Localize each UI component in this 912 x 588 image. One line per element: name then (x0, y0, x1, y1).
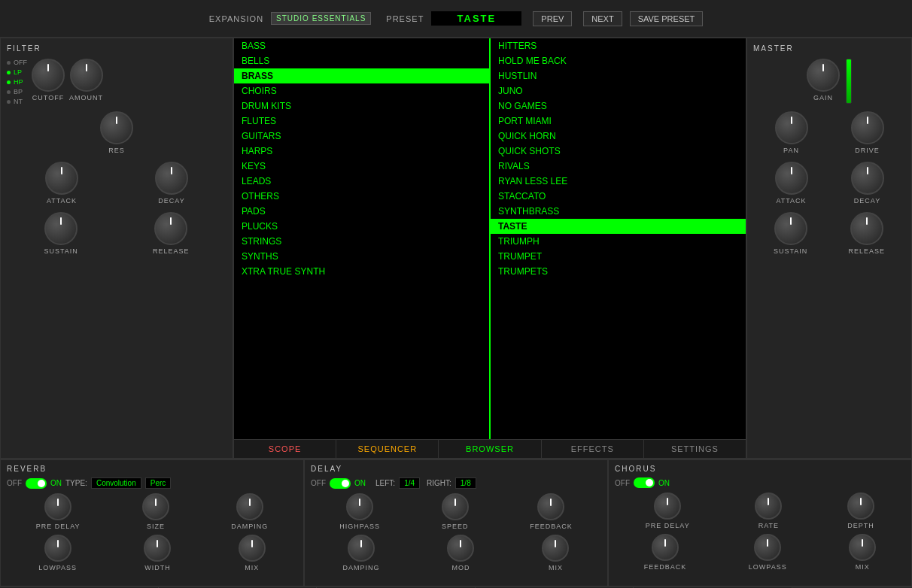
reverb-knobs-2: LOWPASS WIDTH MIX (7, 535, 297, 571)
res-knob[interactable] (100, 111, 133, 144)
list-item[interactable]: NO GAMES (491, 99, 746, 114)
list-item[interactable]: QUICK HORN (491, 129, 746, 144)
list-item[interactable]: LEADS (234, 174, 489, 189)
chorus-lowpass-knob[interactable] (754, 534, 781, 561)
delay-mod-knob[interactable] (447, 535, 474, 562)
chorus-title: CHORUS (615, 465, 905, 473)
next-button[interactable]: NEXT (583, 11, 622, 26)
amount-knob[interactable] (70, 59, 103, 92)
chorus-mix-knob[interactable] (849, 534, 876, 561)
tab-browser[interactable]: BROWSER (439, 440, 541, 458)
filter-panel: FILTER OFF LP HP BP NT CUTOFF AMOUNT (0, 38, 233, 459)
list-item[interactable]: HITTERS (491, 38, 746, 53)
delay-feedback-knob[interactable] (537, 493, 564, 520)
chorus-toggle[interactable] (634, 477, 655, 488)
prev-button[interactable]: PREV (533, 11, 572, 26)
browser-preset-list[interactable]: HITTERS HOLD ME BACK HUSTLIN JUNO NO GAM… (491, 38, 746, 439)
master-decay-knob[interactable] (851, 162, 884, 195)
expansion-label: EXPANSION (209, 14, 263, 23)
reverb-predelay-knob[interactable] (44, 493, 71, 520)
list-item[interactable]: TRUMPETS (491, 264, 746, 279)
tab-effects[interactable]: EFFECTS (542, 440, 644, 458)
reverb-toggle[interactable] (26, 478, 47, 489)
filter-release-knob[interactable] (154, 212, 187, 245)
chorus-off-label: OFF (615, 479, 630, 487)
filter-decay-knob[interactable] (155, 162, 188, 195)
list-item[interactable]: TRUMPET (491, 249, 746, 264)
master-sustain-knob[interactable] (774, 212, 807, 245)
tab-settings[interactable]: SETTINGS (644, 440, 746, 458)
list-item[interactable]: SYNTHS (234, 249, 489, 264)
chorus-feedback-knob[interactable] (652, 534, 679, 561)
list-item[interactable]: BELLS (234, 53, 489, 68)
browser-tab-bar: SCOPE SEQUENCER BROWSER EFFECTS SETTINGS (234, 439, 746, 458)
filter-types-column: OFF LP HP BP NT (7, 59, 27, 105)
reverb-size-knob[interactable] (142, 493, 169, 520)
delay-mix-knob[interactable] (542, 535, 569, 562)
chorus-toggle-row: OFF ON (615, 477, 905, 488)
list-item[interactable]: PADS (234, 204, 489, 219)
delay-panel: DELAY OFF ON LEFT: 1/4 RIGHT: 1/8 HIGHPA… (304, 459, 608, 586)
list-item[interactable]: HARPS (234, 144, 489, 159)
tab-scope[interactable]: SCOPE (234, 440, 336, 458)
list-item[interactable]: STRINGS (234, 234, 489, 249)
list-item[interactable]: RIVALS (491, 159, 746, 174)
list-item[interactable]: FLUTES (234, 114, 489, 129)
reverb-damping-knob[interactable] (236, 493, 263, 520)
list-item[interactable]: DRUM KITS (234, 99, 489, 114)
reverb-lowpass-knob[interactable] (44, 535, 71, 562)
list-item[interactable]: PORT MIAMI (491, 114, 746, 129)
amount-label: AMOUNT (69, 94, 103, 102)
chorus-rate-knob[interactable] (755, 493, 782, 520)
master-sustain-release-row: SUSTAIN RELEASE (753, 212, 905, 255)
delay-left-value: 1/4 (399, 477, 420, 489)
reverb-off-label: OFF (7, 479, 22, 487)
reverb-mix-knob[interactable] (239, 535, 266, 562)
reverb-panel: REVERB OFF ON TYPE: Convolution Perc PRE… (0, 459, 304, 586)
filter-res-row: RES (7, 111, 226, 154)
save-preset-button[interactable]: SAVE PRESET (630, 11, 704, 26)
list-item[interactable]: RYAN LESS LEE (491, 174, 746, 189)
list-item[interactable]: PLUCKS (234, 219, 489, 234)
master-release-knob[interactable] (850, 212, 883, 245)
delay-damping-knob[interactable] (348, 535, 375, 562)
master-drive-knob[interactable] (851, 111, 884, 144)
chorus-panel: CHORUS OFF ON PRE DELAY RATE DEPTH FEED (608, 459, 912, 586)
list-item-brass[interactable]: BRASS (234, 68, 489, 83)
filter-attack-knob[interactable] (45, 162, 78, 195)
reverb-width-knob[interactable] (144, 535, 171, 562)
master-gain-knob[interactable] (807, 59, 840, 92)
reverb-type-label: TYPE: (65, 479, 87, 487)
list-item[interactable]: XTRA TRUE SYNTH (234, 264, 489, 279)
list-item[interactable]: HOLD ME BACK (491, 53, 746, 68)
reverb-preset-value: Perc (145, 477, 172, 489)
delay-toggle[interactable] (330, 478, 351, 489)
list-item[interactable]: OTHERS (234, 189, 489, 204)
list-item[interactable]: CHOIRS (234, 83, 489, 99)
master-pan-knob[interactable] (775, 111, 808, 144)
reverb-title: REVERB (7, 465, 297, 473)
list-item[interactable]: TRIUMPH (491, 234, 746, 249)
list-item[interactable]: BASS (234, 38, 489, 53)
cutoff-knob[interactable] (32, 59, 65, 92)
list-item-taste[interactable]: TASTE (491, 219, 746, 234)
master-attack-knob[interactable] (775, 162, 808, 195)
preset-value: TASTE (431, 11, 521, 26)
list-item[interactable]: STACCATO (491, 189, 746, 204)
list-item[interactable]: KEYS (234, 159, 489, 174)
filter-sustain-knob[interactable] (44, 212, 78, 245)
delay-speed-knob[interactable] (442, 493, 469, 520)
delay-off-label: OFF (311, 479, 326, 487)
tab-sequencer[interactable]: SEQUENCER (336, 440, 439, 458)
chorus-depth-knob[interactable] (847, 493, 874, 520)
list-item[interactable]: JUNO (491, 83, 746, 99)
delay-highpass-knob[interactable] (346, 493, 373, 520)
delay-right-value: 1/8 (455, 477, 476, 489)
delay-right-label: RIGHT: (427, 479, 451, 487)
list-item[interactable]: GUITARS (234, 129, 489, 144)
list-item[interactable]: HUSTLIN (491, 68, 746, 83)
chorus-predelay-knob[interactable] (654, 493, 681, 520)
list-item[interactable]: SYNTHBRASS (491, 204, 746, 219)
list-item[interactable]: QUICK SHOTS (491, 144, 746, 159)
browser-category-list[interactable]: BASS BELLS BRASS CHOIRS DRUM KITS FLUTES… (234, 38, 491, 439)
